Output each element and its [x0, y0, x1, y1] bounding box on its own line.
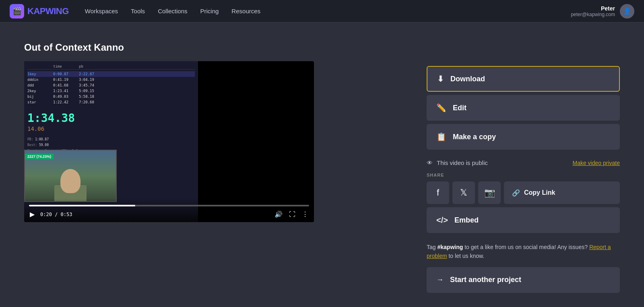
download-label: Download — [450, 75, 485, 83]
right-panel: ⬇ Download ✏️ Edit 📋 Make a copy 👁 This … — [427, 42, 620, 293]
main-nav: Workspaces Tools Collections Pricing Res… — [85, 8, 571, 14]
time-display: 0:20 / 0:53 — [40, 212, 72, 217]
timer-main: 1:34.38 — [27, 111, 195, 125]
controls-left: ▶ 0:20 / 0:53 — [29, 210, 72, 219]
controls-row: ▶ 0:20 / 0:53 🔊 ⛶ ⋮ — [29, 210, 309, 219]
tag-after: to get a like from us on social media! A… — [463, 244, 588, 250]
face-shape — [60, 169, 80, 193]
progress-bar[interactable] — [29, 205, 309, 206]
make-copy-label: Make a copy — [453, 133, 496, 141]
download-button[interactable]: ⬇ Download — [427, 66, 620, 92]
logo-icon: 🎬 — [10, 4, 24, 19]
visibility-left: 👁 This video is public — [427, 159, 488, 166]
tag-end: to let us know. — [447, 253, 485, 259]
visibility-row: 👁 This video is public Make video privat… — [427, 153, 620, 173]
facebook-button[interactable]: f — [427, 181, 449, 204]
controls-right: 🔊 ⛶ ⋮ — [274, 210, 309, 219]
eye-icon: 👁 — [427, 159, 433, 166]
start-project-button[interactable]: → Start another project — [427, 267, 620, 293]
instagram-icon: 📷 — [484, 187, 495, 198]
video-title: Out of Context Kanno — [24, 42, 402, 53]
copy-link-button[interactable]: 🔗 Copy Link — [504, 181, 620, 204]
header: 🎬 KAPWING Workspaces Tools Collections P… — [0, 0, 644, 23]
table-row: bij0:49.035:58.18 — [27, 94, 195, 99]
edit-icon: ✏️ — [436, 103, 446, 113]
visibility-text: This video is public — [437, 159, 488, 166]
user-section: Peter peter@kapwing.com 👤 — [571, 4, 634, 19]
avatar[interactable]: 👤 — [620, 4, 634, 19]
embed-button[interactable]: </> Embed — [427, 207, 620, 233]
fullscreen-button[interactable]: ⛶ — [288, 210, 296, 219]
user-email: peter@kapwing.com — [571, 12, 615, 17]
video-content: time pb 1key0:00.872:22.87 dddin0:41.193… — [24, 61, 314, 222]
tag-before: Tag — [427, 244, 437, 250]
twitter-button[interactable]: 𝕏 — [452, 181, 475, 204]
make-copy-button[interactable]: 📋 Make a copy — [427, 124, 620, 150]
timer-block: 1:34.38 14.06 — [27, 111, 195, 132]
edit-label: Edit — [453, 104, 466, 112]
logo[interactable]: 🎬 KAPWING — [10, 4, 69, 19]
nav-tools[interactable]: Tools — [131, 8, 145, 14]
copy-icon: 📋 — [436, 132, 446, 142]
progress-fill — [29, 205, 135, 206]
table-header: time pb — [27, 64, 195, 70]
more-options-button[interactable]: ⋮ — [301, 210, 309, 219]
play-button[interactable]: ▶ — [29, 210, 35, 219]
share-label: SHARE — [427, 173, 620, 177]
video-controls: ▶ 0:20 / 0:53 🔊 ⛶ ⋮ — [24, 198, 314, 222]
nav-collections[interactable]: Collections — [158, 8, 187, 14]
facebook-icon: f — [437, 187, 439, 198]
nav-resources[interactable]: Resources — [231, 8, 260, 14]
instagram-button[interactable]: 📷 — [478, 181, 501, 204]
left-panel: Out of Context Kanno time pb 1key0:00.87… — [24, 42, 402, 293]
timer-sub: 14.06 — [27, 126, 195, 132]
user-info: Peter peter@kapwing.com — [571, 5, 615, 17]
twitter-icon: 𝕏 — [460, 187, 467, 198]
arrow-right-icon: → — [436, 276, 444, 284]
video-player: time pb 1key0:00.872:22.87 dddin0:41.193… — [24, 61, 314, 222]
tag-section: Tag #kapwing to get a like from us on so… — [427, 236, 620, 266]
edit-button[interactable]: ✏️ Edit — [427, 95, 620, 121]
share-row: f 𝕏 📷 🔗 Copy Link — [427, 181, 620, 204]
embed-icon: </> — [436, 216, 448, 225]
make-private-button[interactable]: Make video private — [572, 160, 620, 166]
volume-button[interactable]: 🔊 — [274, 210, 283, 219]
main-content: Out of Context Kanno time pb 1key0:00.87… — [0, 23, 644, 307]
start-project-label: Start another project — [450, 276, 521, 284]
nav-pricing[interactable]: Pricing — [200, 8, 219, 14]
table-row: dddin0:41.193:04.19 — [27, 77, 195, 82]
table-row: star1:22.427:20.60 — [27, 99, 195, 105]
download-icon: ⬇ — [437, 74, 444, 84]
embed-label: Embed — [454, 216, 479, 225]
webcam-overlay: 2227 (74.23%) — [24, 150, 117, 202]
nav-workspaces[interactable]: Workspaces — [85, 8, 118, 14]
logo-text: KAPWING — [27, 6, 69, 16]
copy-link-label: Copy Link — [524, 189, 555, 196]
user-name: Peter — [571, 5, 615, 12]
link-icon: 🔗 — [512, 189, 520, 197]
table-row: ddd0:41.683:45.74 — [27, 82, 195, 88]
table-row: 1key0:00.872:22.87 — [27, 71, 195, 77]
table-row: 2key1:23.415:09.15 — [27, 88, 195, 94]
speedrun-badge: 2227 (74.23%) — [25, 154, 54, 159]
hashtag: #kapwing — [437, 244, 463, 250]
